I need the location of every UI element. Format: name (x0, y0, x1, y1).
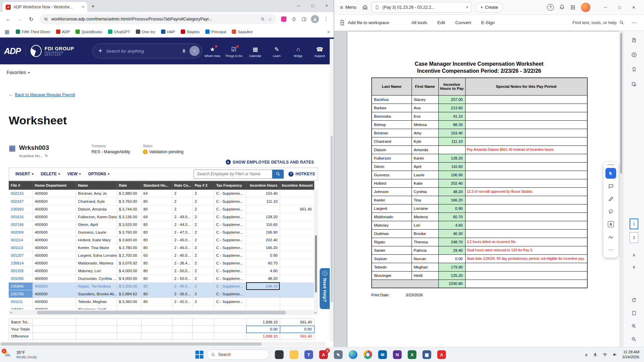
acrobat-menu-button[interactable]: ≡ Menu (337, 3, 359, 12)
bookmark-item[interactable]: Principal (205, 29, 226, 34)
tax-frequency-cell[interactable]: C - Suppleme... (214, 221, 246, 228)
tax-frequency-cell[interactable]: C - Suppleme... (214, 251, 246, 259)
find-button[interactable]: Find text, tools, or help (572, 20, 624, 25)
rate-code-cell[interactable]: 2 (172, 205, 193, 213)
taskbar-clock[interactable]: 11:28 AM 3/24/2026 (622, 350, 639, 360)
tax-frequency-cell[interactable]: C - Suppleme... (214, 228, 246, 236)
incentive-hours-cell[interactable] (246, 298, 280, 305)
tax-frequency-cell[interactable]: C - Suppleme... (214, 282, 246, 290)
adp-nav-bridge[interactable]: ∩Bridge (288, 45, 308, 58)
rate-cell[interactable]: $ 3,136.00 (117, 213, 141, 221)
rate-cell[interactable]: $ 3,760.00 (117, 197, 141, 205)
bookmark-item[interactable]: HAP (161, 29, 175, 34)
grid-row[interactable]: 001207400500Largent, Edna Lorraine$ 2,70… (9, 251, 314, 259)
incentive-amount-cell[interactable]: 561.40 (280, 205, 314, 213)
notifications-bell-icon[interactable] (559, 4, 565, 10)
rate-cell[interactable]: $ 2,880.00 (117, 190, 141, 197)
rate-cell[interactable]: $ 4,000.00 (117, 275, 141, 282)
pdf-vertical-scrollbar[interactable] (619, 31, 623, 347)
home-icon[interactable] (362, 4, 368, 10)
wifi-icon[interactable] (602, 353, 607, 357)
scrollbar-thumb[interactable] (1, 343, 262, 346)
tab-close-icon[interactable]: × (466, 5, 468, 10)
toolbar-delete-button[interactable]: DELETE▾ (37, 170, 64, 178)
pay2-cell[interactable]: 2 (193, 275, 214, 282)
rate-code-cell[interactable]: 2 (172, 197, 193, 205)
apps-grid-icon[interactable]: ▦ (4, 29, 10, 35)
extension-icon[interactable] (281, 16, 286, 22)
grid-row[interactable]: 235993400500Datson, Amanda$ 3,744.008022… (9, 205, 314, 213)
previous-page-icon[interactable]: ∧ (624, 250, 644, 259)
browser-close-button[interactable]: × (320, 0, 334, 11)
grid-row[interactable]: 002196400500Glenn, April$ 3,520.00802 - … (9, 221, 314, 228)
tax-frequency-cell[interactable] (214, 305, 246, 309)
file-number-cell[interactable]: 002337 (9, 197, 33, 205)
pay2-cell[interactable]: 2 (193, 251, 214, 259)
search-submit-icon[interactable]: ↑ (190, 46, 200, 56)
mic-icon[interactable] (593, 353, 597, 357)
incentive-amount-cell[interactable] (280, 290, 314, 298)
grid-row[interactable]: 235951400500Wurzinger, Heidi... (9, 305, 314, 309)
dept-cell[interactable]: 400500 (33, 205, 76, 213)
adp-logo[interactable]: ADP (4, 46, 21, 56)
column-header[interactable]: File # (9, 181, 33, 190)
rate-code-cell[interactable]: 2 - 47.0... (172, 228, 193, 236)
rate-cell[interactable]: $ 3,760.00 (117, 228, 141, 236)
column-header[interactable]: Rate Co... (172, 181, 193, 190)
show-details-link[interactable]: + SHOW EMPLOYEE DETAILS AND RATES (9, 160, 314, 165)
dept-cell[interactable]: 400500 (33, 213, 76, 221)
favorites-menu[interactable]: Favorites ▾ (7, 70, 30, 75)
grid-row[interactable]: 235814400500Maldonado, Marlena$ 3,076.92… (9, 259, 314, 267)
dept-cell[interactable]: 400500 (33, 305, 76, 309)
toolbar-view-button[interactable]: VIEW▾ (63, 170, 84, 178)
rate-code-cell[interactable]: 2 (172, 190, 193, 197)
ai-assistant-icon[interactable] (624, 50, 644, 59)
incentive-hours-cell[interactable]: 111.10 (246, 197, 280, 205)
refresh-icon[interactable]: ↻ (26, 16, 36, 22)
grid-row[interactable]: 002337400500Chartrand, Kyle$ 3,760.00802… (9, 197, 314, 205)
incentive-hours-cell[interactable]: 0.90 (246, 251, 280, 259)
file-number-cell[interactable]: 001113 (9, 244, 33, 251)
rate-cell[interactable]: $ 3,780.00 (117, 244, 141, 251)
taskbar-app-onenote[interactable]: N (390, 348, 405, 361)
browser-menu-icon[interactable]: ⋮ (322, 16, 330, 22)
incentive-amount-cell[interactable] (280, 305, 314, 309)
taskbar-app-code[interactable] (272, 348, 287, 361)
column-header[interactable]: Incentive Amount (280, 181, 314, 190)
name-cell[interactable]: Rigato, Teri Andrea (76, 282, 117, 290)
add-comment-tool[interactable] (605, 181, 616, 191)
zoom-icon[interactable] (261, 17, 265, 21)
need-help-tab[interactable]: ? Need Help? (320, 268, 330, 309)
rate-cell[interactable]: $ 4,000.00 (117, 267, 141, 275)
standard-hours-cell[interactable]: 80 (141, 259, 172, 267)
employee-search-input[interactable] (194, 170, 272, 179)
scrollbar-thumb[interactable] (331, 136, 333, 302)
name-cell[interactable]: Largent, Edna Lorraine (76, 251, 117, 259)
zoom-in-icon[interactable] (624, 322, 644, 330)
rate-code-cell[interactable]: 2 - 50.0... (172, 267, 193, 275)
grid-row[interactable]: 001114400500Holbird, Katie Mary$ 3,600.0… (9, 236, 314, 244)
split-screen-icon[interactable] (300, 17, 308, 22)
standard-hours-cell[interactable]: 64 (141, 213, 172, 221)
name-cell[interactable]: Tebedo, Meghan (76, 298, 117, 305)
dept-cell[interactable]: 400500 (33, 190, 76, 197)
tax-frequency-cell[interactable]: C - Suppleme... (214, 197, 246, 205)
tray-chevron-icon[interactable]: ∧ (585, 352, 588, 357)
bookmark-item[interactable]: QuickBooks (75, 29, 102, 34)
rate-code-cell[interactable]: 2 - 36.0... (172, 290, 193, 298)
volume-icon[interactable] (612, 352, 617, 357)
standard-hours-cell[interactable]: 80 (141, 267, 172, 275)
fill-sign-tool[interactable] (605, 232, 616, 242)
tax-frequency-cell[interactable]: C - Suppleme... (214, 213, 246, 221)
adp-nav-things-to-do[interactable]: ☑Things to Do (224, 45, 244, 58)
export-pdf-icon[interactable] (624, 36, 644, 44)
scrollbar-thumb[interactable] (37, 311, 286, 314)
name-cell[interactable]: Gunness, Laurie (76, 228, 117, 236)
incentive-hours-cell[interactable]: 106.90 (246, 228, 280, 236)
name-cell[interactable]: Maloney, Lori (76, 267, 117, 275)
standard-hours-cell[interactable] (141, 305, 172, 309)
name-cell[interactable]: Ouzounian, Cynthia ... (76, 275, 117, 282)
taskbar-app-acrobat[interactable]: A1 (316, 348, 331, 361)
back-to-payroll-link[interactable]: Back to Manage Regular Payroll (15, 93, 75, 97)
standard-hours-cell[interactable]: 80 (141, 236, 172, 244)
